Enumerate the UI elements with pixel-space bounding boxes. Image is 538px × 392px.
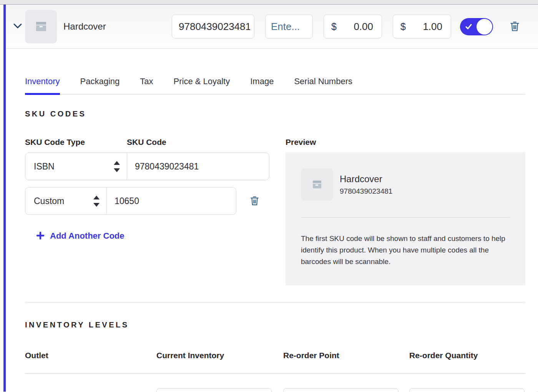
preview-product-code: 9780439023481: [340, 187, 392, 196]
preview-image-placeholder: [301, 168, 333, 201]
sku-type-select[interactable]: Custom: [25, 188, 107, 214]
tab-image[interactable]: Image: [250, 66, 274, 94]
current-inventory-column-header: Current Inventory: [156, 351, 283, 360]
box-icon: [36, 22, 46, 31]
variant-image-placeholder[interactable]: [25, 10, 57, 43]
sku-preview-column: Preview Hardcover 9780439023481: [286, 118, 525, 285]
supplier-code-input[interactable]: [265, 15, 313, 38]
variant-enabled-toggle[interactable]: [460, 18, 493, 35]
outlet-column-header: Outlet: [25, 351, 156, 360]
reorder-point-input[interactable]: [283, 388, 399, 392]
sku-code-row: Custom: [25, 187, 269, 215]
tab-inventory[interactable]: Inventory: [25, 66, 60, 94]
trash-icon: [250, 196, 259, 207]
reorder-quantity-column-header: Re-order Quantity: [409, 351, 525, 360]
supply-price-input[interactable]: $ 0.00: [324, 15, 382, 38]
inventory-table-header: Outlet Current Inventory Re-order Point …: [25, 351, 525, 360]
sku-codes-editor: SKU Code Type SKU Code ISBN: [25, 118, 269, 285]
collapse-variant-button[interactable]: [11, 20, 24, 33]
preview-heading: Preview: [286, 138, 525, 147]
sku-preview-panel: Hardcover 9780439023481 The first SKU co…: [286, 152, 525, 285]
add-another-code-label: Add Another Code: [50, 231, 125, 241]
reorder-point-column-header: Re-order Point: [283, 351, 409, 360]
preview-description: The first SKU code will be shown to staf…: [301, 233, 510, 267]
tab-price-loyalty[interactable]: Price & Loyalty: [174, 66, 230, 94]
window-top-strip: [0, 0, 538, 5]
sku-code-label: SKU Code: [127, 138, 166, 147]
chevron-down-icon: [13, 23, 22, 30]
inventory-header-divider: [25, 373, 525, 374]
tab-packaging[interactable]: Packaging: [80, 66, 120, 94]
retail-price-value: 1.00: [423, 21, 442, 33]
currency-symbol: $: [400, 21, 406, 32]
supply-price-value: 0.00: [354, 21, 373, 33]
box-icon: [313, 181, 321, 188]
variant-header-row: Hardcover $ 0.00 $ 1.00: [6, 5, 538, 49]
variant-name: Hardcover: [63, 21, 106, 32]
add-another-code-button[interactable]: Add Another Code: [37, 231, 125, 241]
section-divider: [25, 302, 525, 302]
retail-price-input[interactable]: $ 1.00: [393, 15, 451, 38]
sku-code-input[interactable]: [107, 188, 236, 214]
sku-code-type-label: SKU Code Type: [25, 138, 127, 147]
sku-codes-heading: SKU CODES: [25, 110, 525, 118]
currency-symbol: $: [331, 21, 337, 32]
tab-tax[interactable]: Tax: [140, 66, 153, 94]
preview-product-title: Hardcover: [340, 174, 392, 184]
toggle-knob: [477, 19, 492, 35]
reorder-quantity-input[interactable]: [409, 388, 525, 392]
sku-type-value: Custom: [34, 196, 64, 206]
inventory-levels-heading: INVENTORY LEVELS: [25, 321, 525, 329]
tab-serial-numbers[interactable]: Serial Numbers: [294, 66, 352, 94]
product-edit-page: Hardcover $ 0.00 $ 1.00: [3, 5, 538, 392]
inventory-table-row: Auckland CBD Store: [25, 388, 525, 392]
variant-sku-input[interactable]: [172, 15, 254, 38]
sku-type-value: ISBN: [34, 161, 55, 172]
delete-sku-code-button[interactable]: [250, 196, 259, 207]
up-down-arrows-icon: [93, 196, 100, 207]
current-inventory-input[interactable]: [156, 388, 272, 392]
trash-icon: [510, 21, 520, 33]
up-down-arrows-icon: [114, 161, 120, 172]
preview-divider: [301, 217, 510, 218]
variant-tabs: Inventory Packaging Tax Price & Loyalty …: [25, 66, 525, 95]
plus-icon: [37, 232, 44, 241]
check-icon: [465, 23, 472, 30]
sku-code-row: ISBN: [25, 153, 269, 180]
sku-type-select[interactable]: ISBN: [25, 153, 127, 180]
delete-variant-button[interactable]: [510, 21, 520, 33]
sku-code-input[interactable]: [127, 153, 269, 180]
